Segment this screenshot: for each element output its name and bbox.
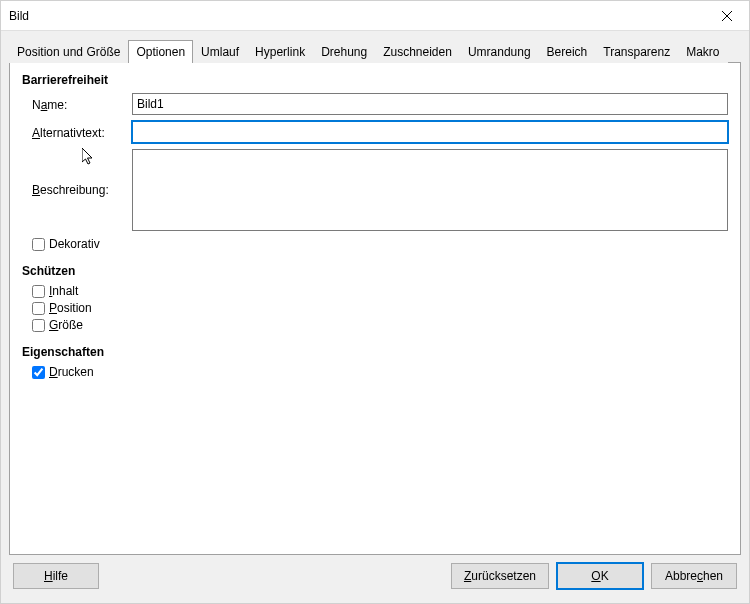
protect-content-checkbox[interactable] — [32, 285, 45, 298]
decorative-checkbox[interactable] — [32, 238, 45, 251]
tab-transparency[interactable]: Transparenz — [595, 40, 678, 63]
ok-button[interactable]: OK — [557, 563, 643, 589]
name-input[interactable] — [132, 93, 728, 115]
alt-text-input[interactable] — [132, 121, 728, 143]
alt-text-label: Alternativtext: — [32, 124, 132, 140]
tab-borders[interactable]: Umrandung — [460, 40, 539, 63]
protect-position-checkbox[interactable] — [32, 302, 45, 315]
tab-wrap[interactable]: Umlauf — [193, 40, 247, 63]
protect-size-checkbox[interactable] — [32, 319, 45, 332]
print-label: Drucken — [49, 365, 94, 379]
protect-title: Schützen — [22, 264, 728, 278]
tab-area[interactable]: Bereich — [539, 40, 596, 63]
tab-rotation[interactable]: Drehung — [313, 40, 375, 63]
options-panel: Barrierefreiheit Name: Alternativtext: B… — [9, 62, 741, 555]
tab-position-size[interactable]: Position und Größe — [9, 40, 128, 63]
cancel-button[interactable]: Abbrechen — [651, 563, 737, 589]
window-title: Bild — [9, 9, 705, 23]
description-label: Beschreibung: — [32, 149, 132, 197]
dialog-window: Bild Position und Größe Optionen Umlauf … — [0, 0, 750, 604]
reset-button[interactable]: Zurücksetzen — [451, 563, 549, 589]
protect-content-label: Inhalt — [49, 284, 78, 298]
print-checkbox[interactable] — [32, 366, 45, 379]
protect-position-label: Position — [49, 301, 92, 315]
tab-macro[interactable]: Makro — [678, 40, 727, 63]
accessibility-section: Barrierefreiheit Name: Alternativtext: B… — [22, 73, 728, 254]
tab-bar: Position und Größe Optionen Umlauf Hyper… — [1, 31, 749, 62]
titlebar: Bild — [1, 1, 749, 31]
tab-crop[interactable]: Zuschneiden — [375, 40, 460, 63]
help-button[interactable]: Hilfe — [13, 563, 99, 589]
close-button[interactable] — [705, 1, 749, 31]
decorative-label: Dekorativ — [49, 237, 100, 251]
protect-size-label: Größe — [49, 318, 83, 332]
tab-hyperlink[interactable]: Hyperlink — [247, 40, 313, 63]
description-input[interactable] — [132, 149, 728, 231]
tab-options[interactable]: Optionen — [128, 40, 193, 63]
properties-title: Eigenschaften — [22, 345, 728, 359]
properties-section: Eigenschaften Drucken — [22, 345, 728, 382]
name-label: Name: — [32, 96, 132, 112]
accessibility-title: Barrierefreiheit — [22, 73, 728, 87]
button-bar: Hilfe Zurücksetzen OK Abbrechen — [1, 563, 749, 603]
protect-section: Schützen Inhalt Position Größe — [22, 264, 728, 335]
close-icon — [722, 11, 732, 21]
